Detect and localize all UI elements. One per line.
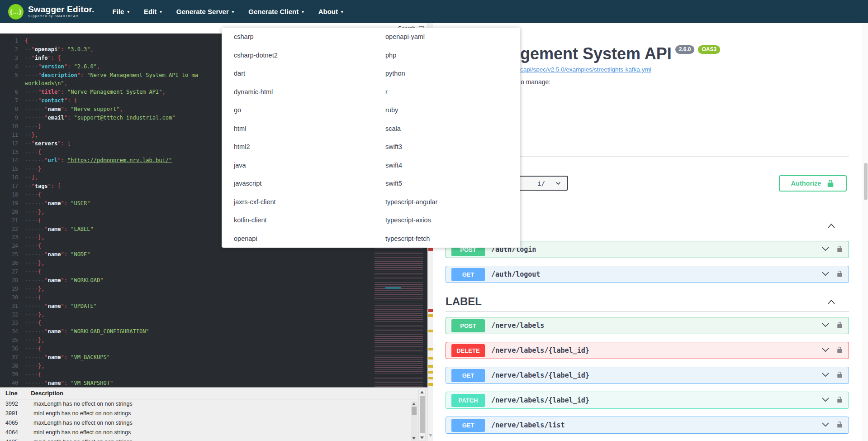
client-option-r[interactable]: r <box>385 83 521 101</box>
annotation-marker-yellow[interactable] <box>428 314 433 317</box>
error-row[interactable]: 4135maxLength has no effect on non strin… <box>0 437 427 441</box>
annotation-marker-yellow[interactable] <box>428 371 433 374</box>
annotation-marker-red[interactable] <box>428 309 433 312</box>
scroll-down-arrow-icon[interactable] <box>412 437 416 440</box>
unlocked-lock-icon[interactable] <box>836 321 843 329</box>
api-spec-link[interactable]: capi/spec/v2.5.0/examples/streetlights-k… <box>520 66 651 73</box>
code-token: ···· <box>25 294 38 301</box>
endpoint-get--nerve-labels-label-id-[interactable]: GET/nerve/labels/{label_id} <box>446 367 849 384</box>
operation-lock-button[interactable] <box>836 421 843 430</box>
client-option-csharp[interactable]: csharp <box>234 28 370 46</box>
client-option-python[interactable]: python <box>385 64 521 83</box>
endpoint-patch--nerve-labels-label-id-[interactable]: PATCH/nerve/labels/{label_id} <box>446 392 849 409</box>
operation-lock-button[interactable] <box>836 371 843 380</box>
authorize-button[interactable]: Authorize <box>779 175 847 192</box>
unlocked-lock-icon[interactable] <box>836 396 843 403</box>
line-number: 27 <box>0 268 25 276</box>
menu-generate-server[interactable]: Generate Server▾ <box>169 0 241 23</box>
expand-operation-button[interactable] <box>821 269 830 280</box>
expand-operation-button[interactable] <box>821 345 830 356</box>
docs-scrollbar[interactable] <box>863 23 868 441</box>
endpoint-get--auth-logout[interactable]: GET/auth/logout <box>446 266 849 283</box>
client-option-kotlin-client[interactable]: kotlin-client <box>234 211 370 230</box>
collapse-section-button[interactable] <box>826 221 836 233</box>
expand-operation-button[interactable] <box>821 320 830 331</box>
client-option-php[interactable]: php <box>385 46 521 65</box>
operation-lock-button[interactable] <box>836 321 843 331</box>
menu-about[interactable]: About▾ <box>311 0 351 23</box>
code-text: ····{ <box>25 345 41 352</box>
unlocked-lock-icon[interactable] <box>836 371 843 379</box>
client-option-typescript-angular[interactable]: typescript-angular <box>385 193 521 211</box>
annotation-marker-yellow[interactable] <box>428 383 433 386</box>
menu-generate-client[interactable]: Generate Client▾ <box>241 0 311 23</box>
error-list-scrollbar[interactable] <box>411 401 417 441</box>
client-option-html[interactable]: html <box>234 120 370 138</box>
code-line: 25······"name": "NODE" <box>0 250 427 259</box>
operation-lock-button[interactable] <box>836 346 843 355</box>
unlocked-lock-icon[interactable] <box>836 346 843 354</box>
code-token: " <box>44 200 47 206</box>
annotation-marker-yellow[interactable] <box>428 330 433 332</box>
code-token: "support@tttech-industrial.com" <box>74 115 175 121</box>
expand-operation-button[interactable] <box>821 420 830 431</box>
client-option-openapi-yaml[interactable]: openapi-yaml <box>385 28 521 46</box>
scrollbar-thumb[interactable] <box>420 396 425 433</box>
annotation-marker-yellow[interactable] <box>428 377 433 379</box>
scrollbar-thumb[interactable] <box>412 407 417 415</box>
unlocked-lock-icon[interactable] <box>836 421 843 428</box>
expand-operation-button[interactable] <box>821 395 830 406</box>
expand-operation-button[interactable] <box>821 244 830 255</box>
unlocked-lock-icon[interactable] <box>836 245 843 253</box>
client-option-scala[interactable]: scala <box>385 120 521 138</box>
code-token: ·· <box>25 55 31 61</box>
client-option-ruby[interactable]: ruby <box>385 101 521 120</box>
scroll-down-arrow-icon[interactable] <box>429 434 432 437</box>
menu-edit[interactable]: Edit▾ <box>137 0 169 23</box>
collapse-section-button[interactable] <box>826 297 836 309</box>
endpoint-get--nerve-labels-list[interactable]: GET/nerve/labels/list <box>446 417 849 434</box>
client-option-typescript-fetch[interactable]: typescript-fetch <box>385 230 521 248</box>
annotation-marker-yellow[interactable] <box>428 365 433 368</box>
code-token: " <box>31 55 34 61</box>
client-option-go[interactable]: go <box>234 101 370 120</box>
client-option-javascript[interactable]: javascript <box>234 174 370 193</box>
annotation-marker-yellow[interactable] <box>428 348 433 350</box>
client-option-swift4[interactable]: swift4 <box>385 156 521 175</box>
unlocked-lock-icon[interactable] <box>836 270 843 278</box>
annotation-marker-red[interactable] <box>428 248 433 251</box>
servers-select[interactable]: i/ <box>516 176 568 191</box>
operation-lock-button[interactable] <box>836 270 843 279</box>
client-option-openapi[interactable]: openapi <box>234 230 370 248</box>
error-row[interactable]: 4064minLength has no effect on non strin… <box>0 428 427 437</box>
client-option-jaxrs-cxf-client[interactable]: jaxrs-cxf-client <box>234 193 370 211</box>
scroll-up-arrow-icon[interactable] <box>420 391 424 393</box>
scroll-up-arrow-icon[interactable] <box>412 403 416 405</box>
error-row[interactable]: 3992maxLength has no effect on non strin… <box>0 399 427 409</box>
error-row[interactable]: 4065maxLength has no effect on non strin… <box>0 418 427 428</box>
client-option-swift3[interactable]: swift3 <box>385 138 521 156</box>
client-option-html2[interactable]: html2 <box>234 138 370 156</box>
client-option-java[interactable]: java <box>234 156 370 175</box>
operation-lock-button[interactable] <box>836 396 843 405</box>
endpoint-post--nerve-labels[interactable]: POST/nerve/labels <box>446 317 849 334</box>
operation-lock-button[interactable] <box>836 245 843 254</box>
client-option-typescript-axios[interactable]: typescript-axios <box>385 211 521 230</box>
panel-scrollbar[interactable] <box>418 389 426 441</box>
client-option-csharp-dotnet2[interactable]: csharp-dotnet2 <box>234 46 370 65</box>
scroll-down-arrow-icon[interactable] <box>420 436 424 439</box>
annotation-marker-yellow[interactable] <box>428 357 433 360</box>
client-option-dynamic-html[interactable]: dynamic-html <box>234 83 370 101</box>
scrollbar-thumb[interactable] <box>864 163 868 200</box>
code-token: ": [ <box>48 183 61 189</box>
line-number: 15 <box>0 165 25 173</box>
error-row[interactable]: 3991minLength has no effect on non strin… <box>0 409 427 418</box>
menu-file[interactable]: File▾ <box>105 0 137 23</box>
expand-operation-button[interactable] <box>821 370 830 381</box>
client-option-swift5[interactable]: swift5 <box>385 174 521 193</box>
line-number: 14 <box>0 156 25 165</box>
endpoint-delete--nerve-labels-label-id-[interactable]: DELETE/nerve/labels/{label_id} <box>446 342 849 359</box>
method-badge: GET <box>451 419 485 432</box>
code-token: " <box>44 115 47 121</box>
client-option-dart[interactable]: dart <box>234 64 370 83</box>
